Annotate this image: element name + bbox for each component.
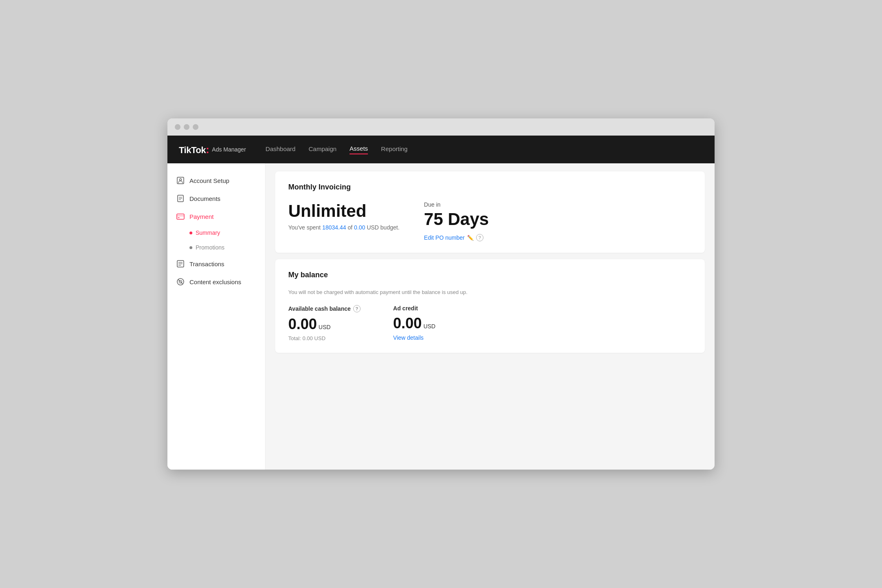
content-exclusions-icon xyxy=(176,278,185,286)
spent-prefix: You've spent xyxy=(288,224,322,231)
nav-assets[interactable]: Assets xyxy=(350,145,368,154)
cash-balance-amount: 0.00 xyxy=(288,316,317,332)
view-details-link[interactable]: View details xyxy=(393,334,436,341)
edit-icon: ✏️ xyxy=(467,235,474,241)
sidebar-sub-promotions[interactable]: Promotions xyxy=(167,240,265,255)
my-balance-title: My balance xyxy=(288,271,692,279)
summary-dot xyxy=(189,232,192,234)
browser-window: TikTok: Ads Manager Dashboard Campaign A… xyxy=(167,118,715,470)
monthly-invoicing-card: Monthly Invoicing Unlimited You've spent… xyxy=(275,172,705,253)
cash-balance-col: Available cash balance ? 0.00USD Total: … xyxy=(288,305,361,341)
brand-name: TikTok: xyxy=(179,143,209,156)
ad-credit-currency: USD xyxy=(423,323,436,330)
spent-text: You've spent 18034.44 of 0.00 USD budget… xyxy=(288,224,399,231)
sidebar-sub-summary[interactable]: Summary xyxy=(167,225,265,240)
sidebar-label-documents: Documents xyxy=(189,195,220,202)
sidebar-label-transactions: Transactions xyxy=(189,261,224,267)
documents-icon xyxy=(176,194,185,203)
invoice-left: Unlimited You've spent 18034.44 of 0.00 … xyxy=(288,201,399,231)
close-button[interactable] xyxy=(175,124,180,130)
ad-credit-amount: 0.00 xyxy=(393,315,422,332)
spent-of-amount-link[interactable]: 0.00 xyxy=(354,224,365,231)
balance-subtitle: You will not be charged with automatic p… xyxy=(288,289,692,295)
cash-balance-amount-row: 0.00USD xyxy=(288,316,361,333)
top-nav: TikTok: Ads Manager Dashboard Campaign A… xyxy=(167,136,715,163)
sidebar-label-payment: Payment xyxy=(189,213,214,220)
nav-reporting[interactable]: Reporting xyxy=(381,145,408,154)
my-balance-card: My balance You will not be charged with … xyxy=(275,259,705,353)
nav-links: Dashboard Campaign Assets Reporting xyxy=(265,145,408,154)
svg-rect-7 xyxy=(177,215,184,216)
spent-suffix: USD budget. xyxy=(365,224,399,231)
brand-logo: TikTok: Ads Manager xyxy=(179,143,246,156)
cash-balance-label: Available cash balance xyxy=(288,305,351,312)
svg-line-14 xyxy=(178,279,183,284)
main-content: Monthly Invoicing Unlimited You've spent… xyxy=(265,163,715,470)
sidebar-label-content-exclusions: Content exclusions xyxy=(189,278,241,285)
days-value: 75 Days xyxy=(424,209,489,229)
sidebar-item-documents[interactable]: Documents xyxy=(167,189,265,207)
sidebar-label-account-setup: Account Setup xyxy=(189,177,229,184)
browser-chrome xyxy=(167,118,715,136)
sidebar-item-account-setup[interactable]: Account Setup xyxy=(167,172,265,189)
sidebar-label-summary: Summary xyxy=(196,229,220,236)
maximize-button[interactable] xyxy=(193,124,198,130)
spent-amount-link[interactable]: 18034.44 xyxy=(322,224,346,231)
brand-subtitle: Ads Manager xyxy=(212,146,246,153)
cash-balance-total: Total: 0.00 USD xyxy=(288,335,361,341)
promotions-dot xyxy=(189,246,192,249)
nav-dashboard[interactable]: Dashboard xyxy=(265,145,295,154)
due-label: Due in xyxy=(424,201,489,208)
cash-balance-currency: USD xyxy=(318,324,331,330)
payment-icon xyxy=(176,212,185,220)
sidebar: Account Setup Documents xyxy=(167,163,265,470)
invoicing-grid: Unlimited You've spent 18034.44 of 0.00 … xyxy=(288,201,692,241)
monthly-invoicing-title: Monthly Invoicing xyxy=(288,183,692,192)
invoice-right: Due in 75 Days Edit PO number ✏️ ? xyxy=(424,201,489,241)
sidebar-label-promotions: Promotions xyxy=(196,244,225,251)
budget-label: Unlimited xyxy=(288,201,399,221)
sidebar-item-transactions[interactable]: Transactions xyxy=(167,255,265,273)
cash-balance-header: Available cash balance ? xyxy=(288,305,361,312)
transactions-icon xyxy=(176,260,185,268)
help-icon[interactable]: ? xyxy=(476,234,483,241)
ad-credit-header: Ad credit xyxy=(393,305,436,312)
main-layout: Account Setup Documents xyxy=(167,163,715,470)
balance-grid: Available cash balance ? 0.00USD Total: … xyxy=(288,305,692,341)
spent-of: of xyxy=(346,224,354,231)
cash-balance-help-icon[interactable]: ? xyxy=(353,305,361,312)
minimize-button[interactable] xyxy=(184,124,189,130)
edit-po-row: Edit PO number ✏️ ? xyxy=(424,234,489,241)
edit-po-label: Edit PO number xyxy=(424,234,465,241)
ad-credit-amount-row: 0.00USD xyxy=(393,315,436,332)
ad-credit-label: Ad credit xyxy=(393,305,418,312)
edit-po-link[interactable]: Edit PO number ✏️ xyxy=(424,234,474,241)
account-setup-icon xyxy=(176,176,185,185)
svg-point-1 xyxy=(180,179,182,181)
sidebar-item-payment[interactable]: Payment xyxy=(167,207,265,225)
sidebar-item-content-exclusions[interactable]: Content exclusions xyxy=(167,273,265,291)
nav-campaign[interactable]: Campaign xyxy=(309,145,336,154)
svg-rect-6 xyxy=(177,214,184,219)
ad-credit-col: Ad credit 0.00USD View details xyxy=(393,305,436,341)
